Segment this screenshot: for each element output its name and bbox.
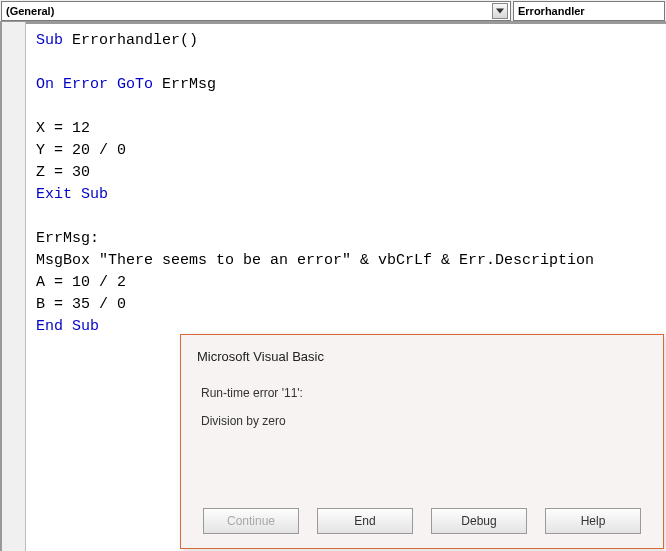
procedure-dropdown[interactable]: Errorhandler (513, 1, 665, 21)
chevron-down-icon[interactable] (492, 3, 508, 19)
code-text: Errorhandler() (63, 32, 198, 49)
end-button[interactable]: End (317, 508, 413, 534)
object-procedure-bar: (General) Errorhandler (0, 0, 666, 22)
dialog-body: Run-time error '11': Division by zero (181, 374, 663, 448)
help-button[interactable]: Help (545, 508, 641, 534)
code-text: ErrMsg (153, 76, 216, 93)
code-keyword: Exit Sub (36, 186, 108, 203)
code-text: A = 10 / 2 (36, 274, 126, 291)
dialog-title: Microsoft Visual Basic (181, 335, 663, 374)
code-text: ErrMsg: (36, 230, 99, 247)
error-message: Division by zero (201, 414, 643, 428)
continue-button: Continue (203, 508, 299, 534)
debug-button[interactable]: Debug (431, 508, 527, 534)
procedure-dropdown-text: Errorhandler (518, 5, 662, 17)
code-keyword: On Error GoTo (36, 76, 153, 93)
error-code-line: Run-time error '11': (201, 386, 643, 400)
code-text: MsgBox "There seems to be an error" & vb… (36, 252, 594, 269)
margin-gutter (0, 22, 26, 551)
object-dropdown[interactable]: (General) (1, 1, 511, 21)
code-text: X = 12 (36, 120, 90, 137)
dialog-button-row: Continue End Debug Help (181, 508, 663, 534)
code-text: Z = 30 (36, 164, 90, 181)
code-text: Y = 20 / 0 (36, 142, 126, 159)
error-dialog: Microsoft Visual Basic Run-time error '1… (180, 334, 664, 549)
code-text: B = 35 / 0 (36, 296, 126, 313)
object-dropdown-text: (General) (6, 5, 492, 17)
code-keyword: End Sub (36, 318, 99, 335)
code-keyword: Sub (36, 32, 63, 49)
